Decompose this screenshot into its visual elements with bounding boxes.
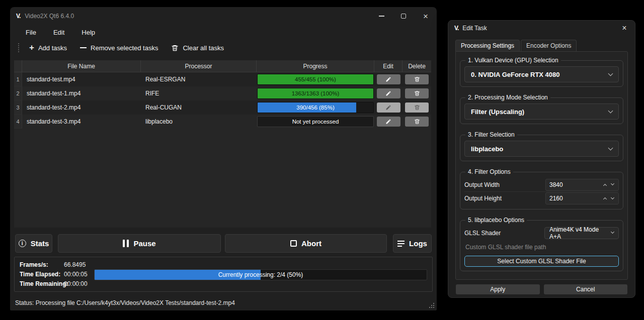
- group-libplacebo-options-title: 5. libplacebo Options: [465, 217, 527, 224]
- dialog-close-button[interactable]: ×: [618, 22, 631, 34]
- row-number: 2: [14, 86, 22, 100]
- custom-shader-path-input[interactable]: [464, 242, 619, 252]
- group-vulkan-device: 1. Vulkan Device (GPU) Selection 0. NVID…: [460, 57, 623, 87]
- col-header-processor[interactable]: Processor: [141, 60, 257, 72]
- table-row[interactable]: 3 standard-test-2.mp4 Real-CUGAN 390/456…: [14, 100, 431, 115]
- pencil-icon: [385, 119, 391, 125]
- remove-selected-tasks-button[interactable]: Remove selected tasks: [75, 42, 163, 54]
- window-controls: ×: [370, 7, 437, 25]
- group-processing-mode: 2. Processing Mode Selection Filter (Ups…: [460, 94, 623, 124]
- app-logo-icon: V.: [454, 25, 458, 32]
- minimize-button[interactable]: [370, 7, 392, 25]
- delete-task-button[interactable]: [405, 117, 429, 127]
- row-progress-bar: Not yet processed: [257, 116, 374, 127]
- delete-task-button[interactable]: [405, 74, 429, 84]
- glsl-shader-dropdown[interactable]: Anime4K v4 Mode A+A: [544, 227, 619, 239]
- close-button[interactable]: ×: [415, 7, 437, 25]
- overall-progress-bar: Currently processing: 2/4 (50%): [94, 269, 427, 280]
- close-icon: ×: [622, 24, 626, 33]
- desktop-background: V. Video2X Qt6 6.4.0 × File Edit Help Ad…: [0, 0, 644, 320]
- table-header-row: File Name Processor Progress Edit Delete: [14, 60, 431, 72]
- dialog-titlebar[interactable]: V. Edit Task ×: [448, 21, 635, 36]
- row-progress-text: 455/455 (100%): [258, 74, 373, 84]
- cell-processor: libplacebo: [141, 115, 257, 129]
- filter-select-dropdown[interactable]: libplacebo: [464, 141, 619, 157]
- output-height-label: Output Height: [464, 195, 502, 202]
- trash-icon: [414, 104, 420, 111]
- cell-processor: Real-CUGAN: [141, 100, 257, 115]
- frames-per-second-label: Frames/s:: [20, 261, 64, 268]
- table-row[interactable]: 4 standard-test-3.mp4 libplacebo Not yet…: [14, 115, 431, 129]
- overall-progress-text: Currently processing: 2/4 (50%): [95, 270, 427, 280]
- row-progress-text: 390/456 (85%): [258, 102, 373, 113]
- edit-task-button[interactable]: [377, 74, 400, 84]
- group-filter-options: 4. Filter Options Output Width 3840 Outp…: [460, 168, 623, 209]
- clear-tasks-label: Clear all tasks: [183, 44, 224, 52]
- action-bar: Stats Pause Abort Logs: [15, 234, 432, 253]
- apply-button[interactable]: Apply: [456, 284, 540, 294]
- edit-task-dialog: V. Edit Task × Processing Settings Encod…: [448, 20, 635, 298]
- clear-all-tasks-button[interactable]: Clear all tasks: [166, 42, 229, 54]
- minimize-icon: [379, 16, 384, 17]
- logs-button[interactable]: Logs: [393, 234, 432, 253]
- edit-task-button[interactable]: [377, 117, 400, 127]
- trash-icon: [414, 76, 420, 82]
- dialog-footer: Apply Cancel: [456, 284, 627, 294]
- chevron-down-icon: [611, 230, 614, 234]
- stop-icon: [290, 240, 297, 247]
- chevron-down-icon: [608, 145, 613, 150]
- pause-button[interactable]: Pause: [58, 234, 221, 253]
- group-libplacebo-options: 5. libplacebo Options GLSL Shader Anime4…: [460, 217, 623, 271]
- spin-up-icon[interactable]: [603, 197, 607, 201]
- stats-panel: Frames/s: 66.8495 Time Elapsed: 00:00:05…: [14, 257, 433, 292]
- tab-processing-settings[interactable]: Processing Settings: [455, 40, 520, 51]
- close-icon: ×: [423, 12, 428, 21]
- output-height-stepper[interactable]: 2160: [545, 192, 619, 204]
- row-progress-text: Not yet processed: [258, 117, 373, 127]
- glsl-shader-value: Anime4K v4 Mode A+A: [549, 226, 611, 240]
- table-row[interactable]: 2 standard-test-1.mp4 RIFE 1363/1363 (10…: [14, 86, 431, 100]
- cell-processor: Real-ESRGAN: [141, 72, 257, 86]
- table-row[interactable]: 1 standard-test.mp4 Real-ESRGAN 455/455 …: [14, 72, 431, 86]
- select-custom-shader-button[interactable]: Select Custom GLSL Shader File: [464, 256, 619, 267]
- resize-grip[interactable]: [429, 303, 434, 308]
- abort-button[interactable]: Abort: [225, 234, 387, 253]
- edit-task-button-disabled: [377, 102, 400, 113]
- group-filter-options-title: 4. Filter Options: [465, 168, 513, 175]
- output-width-stepper[interactable]: 3840: [545, 179, 619, 191]
- group-filter-selection: 3. Filter Selection libplacebo: [460, 131, 623, 161]
- titlebar[interactable]: V. Video2X Qt6 6.4.0 ×: [10, 7, 437, 25]
- stats-button[interactable]: Stats: [15, 234, 52, 253]
- spin-up-icon[interactable]: [603, 183, 607, 187]
- tab-encoder-options[interactable]: Encoder Options: [521, 40, 577, 51]
- output-width-value: 3840: [546, 181, 604, 188]
- add-tasks-button[interactable]: Add tasks: [24, 42, 72, 54]
- row-number: 1: [14, 72, 22, 86]
- col-header-edit[interactable]: Edit: [374, 60, 403, 72]
- trash-icon: [414, 119, 420, 125]
- maximize-button[interactable]: [392, 7, 415, 25]
- processing-mode-dropdown[interactable]: Filter (Upscaling): [464, 103, 619, 120]
- spin-down-icon[interactable]: [611, 182, 614, 185]
- cancel-button[interactable]: Cancel: [544, 284, 628, 294]
- list-icon: [397, 241, 405, 247]
- window-title: Video2X Qt6 6.4.0: [25, 13, 74, 20]
- menu-edit[interactable]: Edit: [45, 27, 73, 38]
- col-header-delete[interactable]: Delete: [403, 60, 431, 72]
- menu-file[interactable]: File: [17, 27, 45, 38]
- add-tasks-label: Add tasks: [38, 44, 67, 52]
- menu-help[interactable]: Help: [73, 27, 104, 38]
- col-header-progress[interactable]: Progress: [257, 60, 374, 72]
- cell-processor: RIFE: [141, 86, 257, 100]
- toolbar-drag-handle[interactable]: [18, 43, 19, 52]
- toolbar: Add tasks Remove selected tasks Clear al…: [10, 39, 437, 56]
- spin-down-icon[interactable]: [611, 195, 614, 199]
- col-header-file-name[interactable]: File Name: [22, 60, 141, 72]
- delete-task-button[interactable]: [405, 88, 429, 98]
- output-width-label: Output Width: [464, 181, 500, 188]
- row-number: 3: [14, 100, 22, 115]
- edit-task-button[interactable]: [377, 88, 400, 98]
- gpu-select-dropdown[interactable]: 0. NVIDIA GeForce RTX 4080: [464, 66, 619, 82]
- row-number: 4: [14, 115, 22, 129]
- pause-icon: [123, 240, 129, 247]
